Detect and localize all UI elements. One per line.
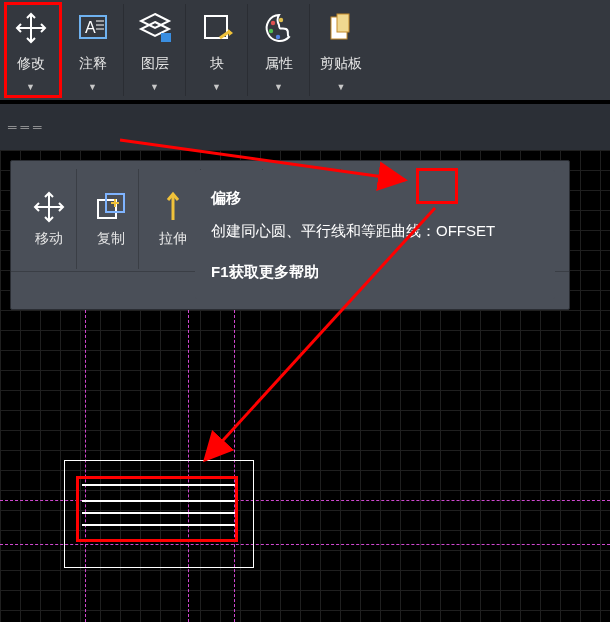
clipboard-icon [323,10,359,46]
cad-line [82,524,237,526]
move-button[interactable]: 移动 [21,169,77,269]
ribbon-item-modify[interactable]: 修改 ▼ [0,4,62,96]
chevron-down-icon: ▼ [88,83,97,92]
ribbon-item-annotate[interactable]: A 注释 ▼ [62,4,124,96]
text-style-icon: A [75,10,111,46]
chevron-down-icon: ▼ [26,83,35,92]
palette-icon [261,10,297,46]
ribbon-label: 图层 [141,55,169,73]
svg-point-14 [275,35,279,39]
layers-icon [137,10,173,46]
cad-rect-outer [64,460,254,568]
tooltip-description: 创建同心圆、平行线和等距曲线：OFFSET [211,217,539,244]
chevron-down-icon: ▼ [337,83,346,92]
svg-point-12 [270,21,274,25]
status-segment: ═══ [8,120,42,134]
block-icon [199,10,235,46]
ribbon-item-block[interactable]: 块 ▼ [186,4,248,96]
chevron-down-icon: ▼ [212,83,221,92]
move-arrows-icon [13,10,49,46]
cad-line [82,500,237,502]
tooltip-title: 偏移 [211,184,539,211]
svg-rect-9 [161,33,171,42]
tooltip-help: F1获取更多帮助 [211,258,539,285]
ribbon-label: 修改 [17,55,45,73]
copy-icon [94,190,128,224]
stretch-icon [156,190,190,224]
move-icon [32,190,66,224]
cad-line [82,512,237,514]
chevron-down-icon: ▼ [150,83,159,92]
ribbon-item-properties[interactable]: 属性 ▼ [248,4,310,96]
copy-button[interactable]: 复制 [83,169,139,269]
ribbon-label: 剪贴板 [320,55,362,73]
svg-marker-11 [228,29,233,36]
top-ribbon: 修改 ▼ A 注释 ▼ 图层 ▼ 块 ▼ 属性 ▼ 剪贴板 ▼ [0,0,610,100]
btn-label: 复制 [97,230,125,248]
cad-line [82,484,237,486]
svg-point-13 [268,29,272,33]
svg-point-15 [278,18,282,22]
ribbon-item-layers[interactable]: 图层 ▼ [124,4,186,96]
tooltip-offset: 偏移 创建同心圆、平行线和等距曲线：OFFSET F1获取更多帮助 [195,170,555,299]
chevron-down-icon: ▼ [274,83,283,92]
svg-text:A: A [85,19,96,36]
ribbon-label: 注释 [79,55,107,73]
svg-rect-17 [337,14,349,32]
ribbon-item-clipboard[interactable]: 剪贴板 ▼ [310,4,372,96]
ribbon-label: 块 [210,55,224,73]
ribbon-label: 属性 [265,55,293,73]
status-strip: ═══ [0,104,610,150]
btn-label: 拉伸 [159,230,187,248]
stretch-button[interactable]: 拉伸 [145,169,201,269]
btn-label: 移动 [35,230,63,248]
